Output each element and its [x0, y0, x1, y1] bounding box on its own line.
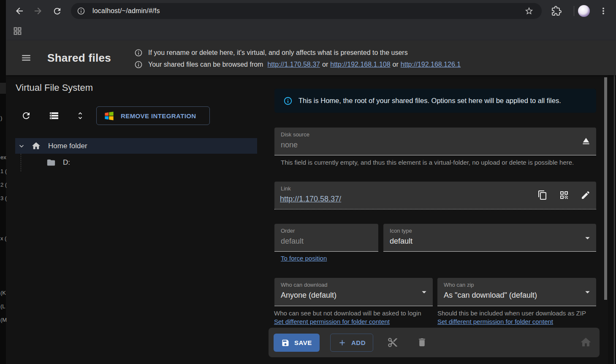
apps-grid-icon — [13, 27, 22, 35]
menu-fragment: ) — [0, 115, 7, 122]
menu-fragment: 1 ( — [0, 168, 7, 175]
header-note-2: Your shared files can be browsed from ht… — [134, 59, 461, 71]
disk-source-field[interactable]: Disk source none — [274, 128, 596, 155]
shared-link[interactable]: http://1.170.58.37/ — [280, 195, 341, 204]
who-can-download-value: Anyone (default) — [281, 291, 336, 300]
go-home-button[interactable] — [580, 336, 592, 348]
vfs-reload-button[interactable] — [18, 107, 35, 124]
unfold-more-icon — [76, 111, 85, 120]
folder-content-permission-link[interactable]: Set different permission for folder cont… — [437, 318, 553, 325]
toolbar-separator — [574, 6, 574, 16]
qr-code-button[interactable] — [559, 190, 569, 200]
field-label: Who can download — [281, 282, 328, 288]
refresh-icon — [21, 111, 31, 121]
url-text: localhost/~/admin/#/fs — [92, 7, 160, 15]
menu-fragment: 2 ( — [0, 182, 7, 188]
field-label: Who can zip — [444, 282, 474, 288]
extensions-button[interactable] — [551, 6, 562, 16]
copy-icon — [537, 190, 548, 200]
save-button[interactable]: SAVE — [274, 334, 320, 352]
windows-logo-icon — [103, 110, 115, 122]
back-button[interactable] — [11, 3, 28, 19]
icon-type-select[interactable]: Icon type default — [383, 224, 596, 252]
folder-content-permission-link[interactable]: Set different permission for folder cont… — [274, 318, 390, 325]
browser-menu-button[interactable] — [598, 6, 608, 16]
delete-button[interactable] — [417, 337, 427, 348]
force-position-link[interactable]: To force position — [281, 255, 327, 262]
chevron-down-icon[interactable] — [17, 142, 26, 150]
info-icon — [134, 60, 143, 69]
save-icon — [281, 339, 290, 347]
dropdown-arrow-icon — [582, 287, 593, 297]
reload-button[interactable] — [49, 3, 65, 19]
field-label: Order — [281, 228, 295, 234]
who-can-zip-helper: Should this be included when user downlo… — [437, 310, 586, 317]
save-label: SAVE — [294, 339, 312, 346]
menu-fragment-highlight — [0, 83, 6, 94]
server-address-link[interactable]: http://192.168.1.108 — [330, 61, 390, 68]
scissors-icon — [387, 337, 398, 348]
bookmarks-bar — [0, 22, 616, 41]
reload-icon — [52, 6, 62, 16]
folder-icon — [46, 158, 56, 167]
screen: localhost/~/admin/#/fs ) ex ( 1 ( 2 ( 3 … — [0, 0, 616, 364]
add-label: ADD — [351, 339, 366, 346]
page-title: Shared files — [47, 52, 111, 65]
remove-integration-label: REMOVE INTEGRATION — [121, 112, 196, 120]
cut-button[interactable] — [387, 337, 398, 348]
dropdown-arrow-icon — [582, 233, 593, 243]
menu-toggle-button[interactable] — [19, 51, 33, 65]
vfs-list-button[interactable] — [46, 107, 62, 124]
vfs-expand-collapse-button[interactable] — [72, 107, 89, 124]
forward-button[interactable] — [30, 3, 46, 19]
note-text: If you rename or delete here, it's virtu… — [148, 49, 408, 57]
menu-fragment: 3 ( — [0, 195, 7, 202]
action-toolbar: SAVE ADD — [269, 328, 600, 357]
server-address-link[interactable]: http://1.170.58.37 — [267, 61, 320, 68]
dropdown-arrow-icon — [419, 287, 429, 297]
window-scrollbar[interactable] — [614, 75, 615, 364]
who-can-zip-select[interactable]: Who can zip As "can download" (default) — [437, 278, 596, 306]
copy-button[interactable] — [537, 190, 548, 200]
disk-source-helper: This field is currently empty, and thus … — [281, 159, 581, 166]
field-label: Icon type — [390, 228, 412, 234]
field-label: Disk source — [281, 131, 309, 138]
menu-fragment: (L — [0, 303, 7, 310]
browser-toolbar: localhost/~/admin/#/fs — [0, 0, 616, 22]
remove-integration-button[interactable]: REMOVE INTEGRATION — [96, 106, 210, 125]
menu-fragment: (K — [0, 290, 7, 296]
hamburger-icon — [21, 52, 32, 63]
eject-button[interactable] — [581, 136, 592, 147]
more-vert-icon — [598, 6, 608, 16]
site-info-icon[interactable] — [77, 7, 85, 15]
icon-type-value: default — [390, 237, 412, 246]
pencil-icon — [581, 190, 591, 200]
panel-scrollbar-thumb[interactable] — [604, 77, 607, 300]
address-bar[interactable]: localhost/~/admin/#/fs — [71, 3, 542, 19]
add-button[interactable]: ADD — [330, 334, 373, 352]
profile-avatar[interactable] — [578, 5, 590, 17]
storage-list-icon — [49, 111, 59, 121]
who-can-download-select[interactable]: Who can download Anyone (default) — [274, 278, 433, 306]
server-address-link[interactable]: http://192.168.126.1 — [401, 61, 461, 68]
home-icon — [580, 336, 592, 348]
edit-button[interactable] — [581, 190, 591, 200]
bookmark-star-icon[interactable] — [524, 6, 534, 16]
tree-item-label: Home folder — [48, 142, 87, 150]
info-icon — [134, 49, 143, 57]
tree-item-d-drive[interactable]: D: — [15, 155, 70, 171]
apps-grid-button[interactable] — [13, 27, 22, 35]
order-field[interactable]: Order default — [274, 224, 378, 252]
disk-source-value: none — [281, 141, 298, 149]
note-text: Your shared files can be browsed from — [148, 61, 263, 68]
who-can-download-helper: Who can see but not download will be ask… — [274, 310, 421, 317]
qr-code-icon — [559, 190, 569, 200]
plus-icon — [338, 338, 347, 347]
vfs-panel-title: Virtual File System — [16, 82, 93, 93]
home-icon — [31, 141, 41, 151]
right-edge-strip — [608, 75, 616, 364]
link-field: Link http://1.170.58.37/ — [274, 182, 596, 209]
eject-icon — [581, 136, 592, 147]
tree-item-home-folder[interactable]: Home folder — [15, 138, 257, 154]
order-value: default — [281, 237, 304, 246]
